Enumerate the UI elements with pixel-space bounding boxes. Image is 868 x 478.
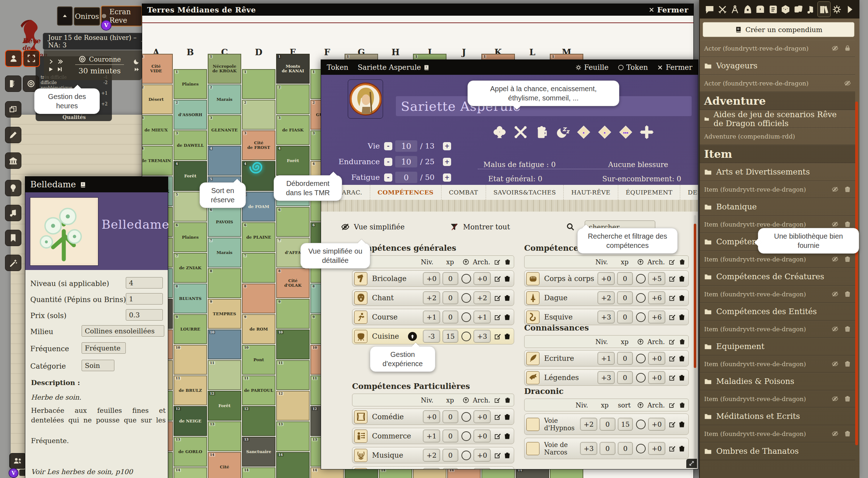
- chat-icon[interactable]: [703, 2, 716, 17]
- archive-checkbox[interactable]: [636, 312, 646, 322]
- xp-gain-badge[interactable]: [408, 332, 417, 341]
- eye-slash-icon[interactable]: [832, 430, 838, 437]
- sidebar-entry-item-foundryvtt-reve-de-dragon[interactable]: Item (foundryvtt-reve-de-dragon): [700, 286, 855, 303]
- music-tool-button[interactable]: [5, 205, 21, 221]
- field-input[interactable]: 1: [126, 293, 163, 305]
- compendium-import-icon[interactable]: [79, 181, 86, 188]
- die1-roll-button[interactable]: [576, 125, 591, 140]
- stat-decrease-button[interactable]: -: [384, 173, 392, 182]
- die2-roll-button[interactable]: [597, 125, 612, 140]
- stat-increase-button[interactable]: +: [443, 158, 451, 166]
- delete-skill-icon[interactable]: [503, 452, 511, 459]
- pencil-tool-button[interactable]: [5, 127, 21, 143]
- delete-skill-icon[interactable]: [503, 294, 511, 302]
- skill-row-Bricolage[interactable]: Bricolage+00+0: [352, 270, 514, 287]
- eye-slash-icon[interactable]: [832, 186, 838, 193]
- bonus-value[interactable]: +6: [648, 291, 665, 304]
- trash-icon[interactable]: [844, 256, 851, 263]
- bonus-value[interactable]: +3: [474, 330, 491, 343]
- bank-tool-button[interactable]: [5, 152, 21, 169]
- tab-savoirs-taches[interactable]: SAVOIRS&TACHES: [486, 185, 563, 200]
- stat-value[interactable]: 0: [395, 172, 417, 183]
- skill-row-Commerce[interactable]: Commerce+10+0: [352, 428, 514, 444]
- skill-row-Chant[interactable]: Chant+20+2: [352, 290, 514, 306]
- trash-icon[interactable]: [844, 186, 851, 193]
- eye-slash-icon[interactable]: [832, 256, 838, 263]
- field-input[interactable]: Soin: [82, 360, 114, 371]
- nav-scene-oniros[interactable]: Oniros: [74, 7, 100, 26]
- edit-skill-icon[interactable]: [668, 313, 676, 321]
- scenes-icon[interactable]: [729, 2, 742, 17]
- tab-haut-r-ve[interactable]: HAUT-RÊVE: [563, 185, 618, 200]
- niv-value[interactable]: [423, 468, 440, 469]
- edit-skill-icon[interactable]: [668, 275, 676, 282]
- edit-skill-icon[interactable]: [668, 445, 676, 452]
- time-step-icon[interactable]: [57, 67, 62, 72]
- players-list-toggle[interactable]: [9, 453, 26, 469]
- actors-icon[interactable]: [742, 2, 754, 17]
- bonus-value[interactable]: +0: [648, 418, 665, 431]
- edit-skill-icon[interactable]: [668, 374, 676, 381]
- archive-checkbox[interactable]: [636, 373, 646, 383]
- skill-row-Course[interactable]: Course+10+1: [352, 309, 514, 325]
- night-icon[interactable]: [133, 58, 140, 65]
- expand-tool-button[interactable]: [23, 50, 40, 67]
- die3-roll-button[interactable]: [618, 125, 633, 140]
- actor-portrait[interactable]: [348, 79, 383, 119]
- eye-slash-icon[interactable]: [844, 80, 851, 87]
- sidebar-entry-aides-de-jeu-de-scenarios-r-ve[interactable]: Aides de jeu de scenarios Rêve de Dragon…: [700, 110, 855, 128]
- edit-skill-icon[interactable]: [494, 432, 501, 440]
- beer-roll-button[interactable]: [534, 125, 549, 140]
- archive-checkbox[interactable]: [461, 293, 471, 303]
- field-input[interactable]: Collines ensoleillées: [82, 325, 164, 337]
- nav-collapse-button[interactable]: [57, 6, 73, 26]
- field-input[interactable]: 0.3: [126, 309, 163, 321]
- filter-icon[interactable]: [450, 223, 459, 231]
- skill-row-Musique[interactable]: Musique+20+0: [352, 447, 514, 463]
- delete-skill-icon[interactable]: [678, 355, 686, 362]
- edit-skill-icon[interactable]: [494, 333, 501, 340]
- niv-value[interactable]: -3: [423, 330, 440, 343]
- sheet-fermer-button[interactable]: Fermer: [657, 63, 692, 72]
- tab-comp-tences[interactable]: COMPÉTENCES: [370, 185, 441, 200]
- sidebar-entry-item-foundryvtt-reve-de-dragon[interactable]: Item (foundryvtt-reve-de-dragon): [700, 181, 855, 198]
- bonus-value[interactable]: +0: [474, 410, 491, 423]
- bonus-value[interactable]: +0: [474, 430, 491, 442]
- xp-value[interactable]: 0: [617, 371, 633, 384]
- bulb-tool-button[interactable]: [5, 180, 21, 196]
- xp-value[interactable]: 0: [443, 410, 458, 423]
- skill-row-empty[interactable]: [352, 466, 514, 469]
- xp-value[interactable]: 0: [443, 449, 458, 462]
- items-icon[interactable]: [754, 2, 767, 17]
- window-resize-handle[interactable]: [686, 459, 697, 468]
- sidebar-entry-botanique[interactable]: Botanique: [700, 198, 855, 216]
- delete-skill-icon[interactable]: [503, 275, 511, 282]
- bonus-value[interactable]: +0: [648, 442, 665, 455]
- delete-skill-icon[interactable]: [678, 275, 686, 282]
- sidebar-entry-arts-et-divertissements[interactable]: Arts et Divertissements: [700, 163, 855, 181]
- xp-value[interactable]: 0: [443, 430, 458, 442]
- sheet-token-button[interactable]: Token: [618, 63, 648, 72]
- archive-checkbox[interactable]: [636, 274, 646, 284]
- skill-row-Corps à corps[interactable]: Corps à corps+00+5: [524, 270, 689, 287]
- tab-combat[interactable]: COMBAT: [441, 185, 486, 200]
- trash-icon[interactable]: [844, 221, 851, 228]
- skill-row-Dague[interactable]: Dague+20+6: [524, 290, 689, 306]
- eye-slash-icon[interactable]: [832, 360, 838, 367]
- niv-value[interactable]: +3: [598, 311, 615, 323]
- delete-skill-icon[interactable]: [678, 445, 686, 452]
- settings-icon[interactable]: [831, 2, 843, 17]
- sidebar-entry-m-ditations-et-ecrits[interactable]: Méditations et Ecrits: [700, 407, 855, 425]
- eye-slash-icon[interactable]: [832, 291, 838, 297]
- cube-tool-button[interactable]: [5, 101, 21, 118]
- tab-description[interactable]: DESCRIPTION: [680, 185, 698, 200]
- show-all-toggle[interactable]: Montrer tout: [463, 223, 510, 231]
- person-tool-button[interactable]: [5, 50, 22, 67]
- stat-decrease-button[interactable]: -: [384, 158, 392, 166]
- stat-value[interactable]: 10: [395, 140, 417, 152]
- sidebar-scrollbar-thumb[interactable]: [855, 102, 858, 445]
- sidebar-entry-ombres-de-thanatos[interactable]: Ombres de Thanatos: [700, 442, 855, 460]
- niv-value[interactable]: +2: [423, 449, 440, 462]
- field-input[interactable]: 4: [126, 277, 163, 289]
- skill-row-Voie d'Hypnos[interactable]: Voie d'Hypnos+2015+0: [524, 414, 689, 435]
